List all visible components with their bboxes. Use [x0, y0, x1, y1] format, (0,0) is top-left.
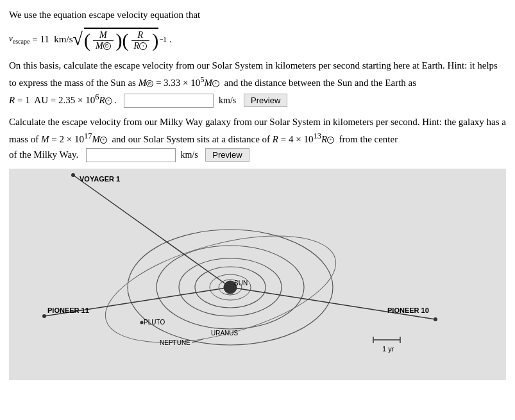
svg-point-11	[71, 173, 75, 177]
q2-text: Calculate the escape velocity from our M…	[9, 117, 506, 160]
right-paren1: )	[116, 31, 122, 50]
left-paren2: (	[122, 31, 129, 50]
equals-sign: = 11 km/s	[30, 34, 72, 45]
sun-label: SUN	[234, 280, 248, 287]
svg-point-13	[42, 314, 46, 318]
pioneer10-label: PIONEER 10	[387, 307, 429, 314]
q1-answer-input[interactable]	[124, 94, 214, 108]
neg1-exponent: −1	[159, 35, 167, 43]
fraction-R: R R+	[131, 30, 150, 51]
left-paren1: (	[84, 31, 90, 50]
period: .	[169, 34, 172, 45]
voyager1-label: VOYAGER 1	[80, 175, 120, 183]
sqrt-symbol: √	[73, 30, 83, 48]
sqrt-content: ( M M⊙ ) ( R R+ )	[84, 28, 158, 51]
q2-preview-button[interactable]: Preview	[205, 148, 249, 162]
intro-text: We use the equation escape velocity equa…	[9, 8, 506, 22]
q1-km-label: km/s	[219, 96, 236, 105]
pioneer11-label: PIONEER 11	[47, 307, 89, 314]
neptune-label: NEPTUNE	[160, 339, 190, 346]
svg-point-15	[434, 317, 437, 321]
question1-block: On this basis, calculate the escape velo…	[9, 58, 506, 108]
question2-block: Calculate the escape velocity from our M…	[9, 114, 506, 162]
1yr-label: 1 yr	[382, 345, 394, 353]
solar-system-diagram: SUN VOYAGER 1 PIONEER 11 PIONEER 10 PLUT…	[9, 169, 506, 380]
diagram-svg: SUN VOYAGER 1 PIONEER 11 PIONEER 10 PLUT…	[9, 169, 506, 380]
v-escape-label: vescape	[9, 33, 30, 45]
q1-preview-button[interactable]: Preview	[244, 94, 287, 107]
uranus-label: URANUS	[211, 330, 239, 337]
q2-km-label: km/s	[180, 150, 198, 160]
fraction-M: M M⊙	[93, 30, 114, 51]
svg-point-16	[140, 321, 144, 324]
pluto-label: PLUTO	[144, 319, 165, 326]
q2-answer-input[interactable]	[86, 148, 176, 162]
escape-velocity-equation: vescape = 11 km/s √ ( M M⊙ ) ( R R+ ) −1…	[9, 28, 506, 51]
right-paren2: )	[152, 31, 158, 50]
